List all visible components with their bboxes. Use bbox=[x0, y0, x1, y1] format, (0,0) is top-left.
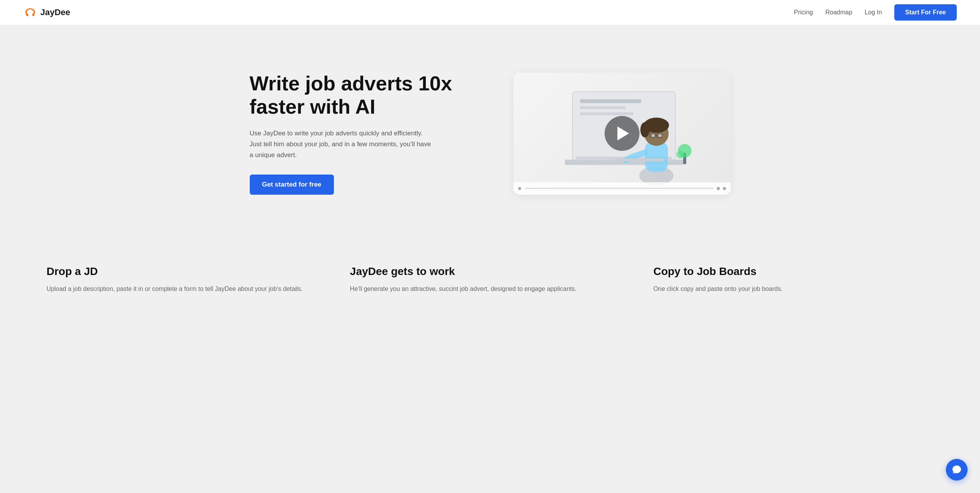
logo-text: JayDee bbox=[40, 7, 70, 17]
features-section: Drop a JD Upload a job description, past… bbox=[0, 242, 980, 325]
feature-jaydee-works: JayDee gets to work He’ll generate you a… bbox=[350, 265, 630, 294]
navbar: JayDee Pricing Roadmap Log In Start For … bbox=[0, 0, 980, 25]
nav-login[interactable]: Log In bbox=[865, 9, 882, 16]
video-illustration bbox=[513, 73, 731, 195]
feature-1-title: Drop a JD bbox=[47, 265, 327, 278]
navbar-links: Pricing Roadmap Log In Start For Free bbox=[794, 4, 957, 21]
video-card[interactable] bbox=[513, 73, 731, 195]
start-for-free-button[interactable]: Start For Free bbox=[894, 4, 957, 21]
feature-drop-jd: Drop a JD Upload a job description, past… bbox=[47, 265, 327, 294]
get-started-button[interactable]: Get started for free bbox=[250, 175, 334, 195]
nav-pricing[interactable]: Pricing bbox=[794, 9, 813, 16]
hero-title: Write job adverts 10x faster with AI bbox=[250, 72, 482, 119]
controls-dot-2 bbox=[717, 187, 720, 190]
video-controls[interactable] bbox=[513, 182, 731, 195]
feature-3-desc: One click copy and paste onto your job b… bbox=[653, 284, 933, 294]
controls-dot-3 bbox=[723, 187, 726, 190]
play-circle bbox=[605, 116, 640, 151]
hero-content: Write job adverts 10x faster with AI Use… bbox=[250, 72, 482, 195]
controls-progress bbox=[524, 188, 714, 189]
logo[interactable]: JayDee bbox=[23, 5, 70, 19]
feature-copy-boards: Copy to Job Boards One click copy and pa… bbox=[653, 265, 933, 294]
hero-video-area bbox=[513, 73, 731, 195]
nav-roadmap[interactable]: Roadmap bbox=[825, 9, 852, 16]
feature-3-title: Copy to Job Boards bbox=[653, 265, 933, 278]
feature-2-desc: He’ll generate you an attractive, succin… bbox=[350, 284, 630, 294]
feature-1-desc: Upload a job description, paste it in or… bbox=[47, 284, 327, 294]
play-button[interactable] bbox=[513, 73, 731, 195]
logo-icon bbox=[23, 5, 37, 19]
controls-dot bbox=[518, 187, 521, 190]
play-triangle-icon bbox=[617, 126, 629, 140]
hero-description: Use JayDee to write your job adverts qui… bbox=[250, 128, 436, 161]
feature-2-title: JayDee gets to work bbox=[350, 265, 630, 278]
hero-section: Write job adverts 10x faster with AI Use… bbox=[0, 25, 980, 242]
